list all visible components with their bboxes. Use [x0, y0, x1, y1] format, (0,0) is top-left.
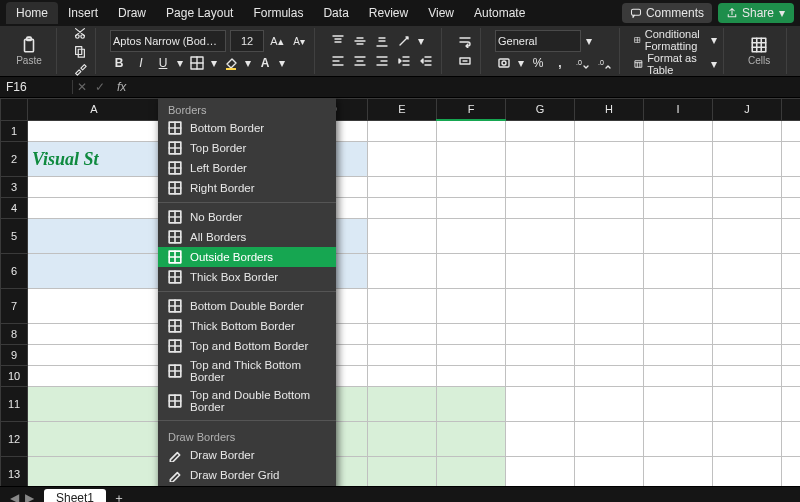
align-bottom-button[interactable]	[373, 32, 391, 50]
cell-G1[interactable]	[506, 120, 575, 142]
cell-E13[interactable]	[368, 457, 437, 487]
cell-I10[interactable]	[644, 366, 713, 387]
column-header-I[interactable]: I	[644, 99, 713, 121]
cell-A11[interactable]	[28, 387, 161, 422]
tab-page-layout[interactable]: Page Layout	[156, 2, 243, 24]
cell-K4[interactable]	[782, 198, 801, 219]
border-menu-item[interactable]: No Border	[158, 207, 336, 227]
cell-E6[interactable]	[368, 254, 437, 289]
cell-H10[interactable]	[575, 366, 644, 387]
cell-A9[interactable]	[28, 345, 161, 366]
cell-F12[interactable]	[437, 422, 506, 457]
paste-button[interactable]: Paste	[8, 36, 50, 66]
cell-J13[interactable]	[713, 457, 782, 487]
cell-I4[interactable]	[644, 198, 713, 219]
row-header-11[interactable]: 11	[1, 387, 28, 422]
row-header-13[interactable]: 13	[1, 457, 28, 487]
tab-insert[interactable]: Insert	[58, 2, 108, 24]
cell-E2[interactable]	[368, 142, 437, 177]
borders-dropdown[interactable]: ▾	[210, 59, 218, 67]
name-box[interactable]: F16	[0, 80, 73, 94]
cell-J1[interactable]	[713, 120, 782, 142]
cell-A6[interactable]	[28, 254, 161, 289]
cell-G7[interactable]	[506, 289, 575, 324]
cell-K1[interactable]	[782, 120, 801, 142]
cell-J10[interactable]	[713, 366, 782, 387]
wrap-text-button[interactable]	[456, 32, 474, 50]
cell-G11[interactable]	[506, 387, 575, 422]
increase-decimal-button[interactable]: .0	[573, 54, 591, 72]
align-left-button[interactable]	[329, 52, 347, 70]
column-header-J[interactable]: J	[713, 99, 782, 121]
orientation-button[interactable]	[395, 32, 413, 50]
format-painter-button[interactable]	[71, 62, 89, 76]
copy-button[interactable]	[71, 44, 89, 58]
cell-A2[interactable]: Visual St	[28, 142, 161, 177]
sheet-nav-prev[interactable]: ◀	[10, 491, 19, 502]
number-format-dropdown[interactable]: ▾	[585, 37, 593, 45]
row-header-7[interactable]: 7	[1, 289, 28, 324]
tab-formulas[interactable]: Formulas	[243, 2, 313, 24]
border-menu-item[interactable]: All Borders	[158, 227, 336, 247]
column-header-E[interactable]: E	[368, 99, 437, 121]
column-header-G[interactable]: G	[506, 99, 575, 121]
select-all-corner[interactable]	[1, 99, 28, 121]
cell-J8[interactable]	[713, 324, 782, 345]
cell-F3[interactable]	[437, 177, 506, 198]
increase-indent-button[interactable]	[417, 52, 435, 70]
comments-button[interactable]: Comments	[622, 3, 712, 23]
comma-button[interactable]: ,	[551, 54, 569, 72]
border-menu-item[interactable]: Erase Border	[158, 485, 336, 486]
cell-G2[interactable]	[506, 142, 575, 177]
border-menu-item[interactable]: Left Border	[158, 158, 336, 178]
cell-I8[interactable]	[644, 324, 713, 345]
underline-dropdown[interactable]: ▾	[176, 59, 184, 67]
cell-G3[interactable]	[506, 177, 575, 198]
cell-E8[interactable]	[368, 324, 437, 345]
cut-button[interactable]	[71, 26, 89, 40]
cell-A10[interactable]	[28, 366, 161, 387]
cell-G13[interactable]	[506, 457, 575, 487]
cell-E11[interactable]	[368, 387, 437, 422]
cell-I7[interactable]	[644, 289, 713, 324]
column-header-A[interactable]: A	[28, 99, 161, 121]
font-color-button[interactable]: A	[256, 54, 274, 72]
cell-J3[interactable]	[713, 177, 782, 198]
cell-J7[interactable]	[713, 289, 782, 324]
cell-J11[interactable]	[713, 387, 782, 422]
cell-H7[interactable]	[575, 289, 644, 324]
border-menu-item[interactable]: Bottom Border	[158, 118, 336, 138]
column-header-K[interactable]: K	[782, 99, 801, 121]
cell-J6[interactable]	[713, 254, 782, 289]
cell-K3[interactable]	[782, 177, 801, 198]
cell-E3[interactable]	[368, 177, 437, 198]
cell-H2[interactable]	[575, 142, 644, 177]
border-menu-item[interactable]: Thick Box Border	[158, 267, 336, 287]
cell-K12[interactable]	[782, 422, 801, 457]
cell-E9[interactable]	[368, 345, 437, 366]
cell-H8[interactable]	[575, 324, 644, 345]
row-header-1[interactable]: 1	[1, 120, 28, 142]
cell-H12[interactable]	[575, 422, 644, 457]
column-header-F[interactable]: F	[437, 99, 506, 121]
cell-I1[interactable]	[644, 120, 713, 142]
currency-button[interactable]	[495, 54, 513, 72]
border-menu-item[interactable]: Top and Double Bottom Border	[158, 386, 336, 416]
cell-I9[interactable]	[644, 345, 713, 366]
cell-K5[interactable]	[782, 219, 801, 254]
border-menu-item[interactable]: Right Border	[158, 178, 336, 198]
align-center-button[interactable]	[351, 52, 369, 70]
cell-G8[interactable]	[506, 324, 575, 345]
border-menu-item[interactable]: Top and Thick Bottom Border	[158, 356, 336, 386]
cell-I2[interactable]	[644, 142, 713, 177]
cell-F2[interactable]	[437, 142, 506, 177]
cell-F1[interactable]	[437, 120, 506, 142]
cell-I12[interactable]	[644, 422, 713, 457]
format-as-table-button[interactable]: Format as Table▾	[634, 52, 717, 76]
tab-automate[interactable]: Automate	[464, 2, 535, 24]
cell-A1[interactable]	[28, 120, 161, 142]
cell-F8[interactable]	[437, 324, 506, 345]
cell-A13[interactable]	[28, 457, 161, 487]
conditional-formatting-button[interactable]: Conditional Formatting▾	[634, 28, 717, 52]
cell-E10[interactable]	[368, 366, 437, 387]
